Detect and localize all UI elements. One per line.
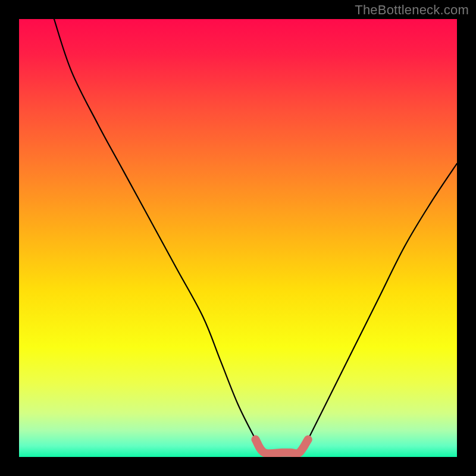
valley-bump [255,440,308,454]
right-curve [308,164,457,440]
watermark-label: TheBottleneck.com [355,2,469,18]
plot-area [19,19,457,457]
curve-layer [19,19,457,457]
left-curve [54,19,256,440]
chart-frame: TheBottleneck.com [0,0,476,476]
